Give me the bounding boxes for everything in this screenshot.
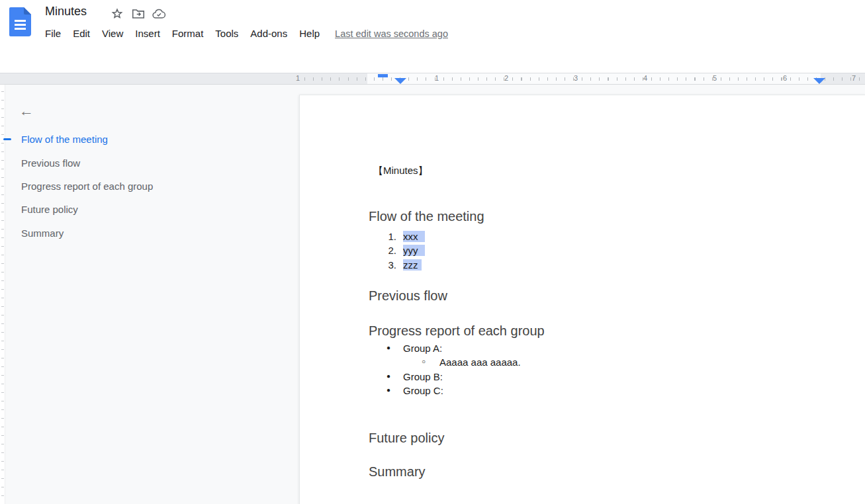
doc-heading-summary[interactable]: Summary (369, 463, 426, 480)
ruler-number: 1 (433, 74, 441, 82)
list-number: 2. (386, 245, 396, 256)
doc-heading-progress[interactable]: Progress report of each group (369, 322, 545, 339)
move-to-folder-icon[interactable] (131, 7, 146, 21)
list-text[interactable]: Group C: (403, 385, 443, 396)
ruler-number: 7 (850, 74, 858, 82)
google-docs-logo-icon[interactable] (9, 7, 31, 36)
horizontal-ruler[interactable]: 1 1 2 3 4 5 6 7 (0, 73, 865, 85)
close-outline-button[interactable]: ← (15, 99, 38, 123)
left-indent-marker[interactable] (394, 78, 406, 84)
doc-heading-future[interactable]: Future policy (369, 429, 445, 446)
list-item[interactable]: ● Group A: (300, 343, 865, 357)
bullet-glyph: ● (387, 344, 396, 351)
outline-item-summary[interactable]: Summary (21, 227, 64, 240)
doc-heading-flow[interactable]: Flow of the meeting (369, 208, 484, 225)
menu-help[interactable]: Help (293, 26, 326, 40)
ruler-number: 3 (572, 74, 580, 82)
ruler-number: 5 (711, 74, 719, 82)
bullet-glyph: ○ (422, 358, 431, 365)
list-item[interactable]: ○ Aaaaa aaa aaaaa. (300, 357, 865, 370)
selected-text[interactable]: xxx (403, 231, 425, 242)
document-canvas: 【Minutes】 Flow of the meeting 1. xxx 2. … (298, 85, 865, 504)
doc-paragraph-intro[interactable]: 【Minutes】 (373, 164, 428, 177)
app-header: Minutes File Edit View Insert Format Too… (0, 0, 865, 44)
list-number: 1. (386, 231, 396, 242)
first-line-indent-marker[interactable] (378, 74, 388, 77)
outline-item-future[interactable]: Future policy (21, 203, 78, 216)
selected-text[interactable]: zzz (403, 259, 422, 271)
cloud-saved-icon[interactable] (152, 7, 166, 21)
outline-item-previous[interactable]: Previous flow (21, 157, 80, 170)
menu-edit[interactable]: Edit (67, 26, 96, 40)
list-text[interactable]: Group B: (403, 371, 443, 382)
list-text[interactable]: Group A: (403, 343, 442, 354)
menu-view[interactable]: View (96, 26, 129, 40)
doc-heading-previous[interactable]: Previous flow (369, 287, 447, 304)
list-item[interactable]: ● Group B: (300, 371, 865, 385)
numbered-list: 1. xxx 2. yyy 3. zzz (300, 231, 865, 273)
menu-addons[interactable]: Add-ons (244, 26, 293, 40)
main-area: ← Flow of the meeting Previous flow Prog… (0, 85, 865, 504)
right-indent-marker[interactable] (813, 78, 825, 84)
menu-file[interactable]: File (39, 26, 67, 40)
list-item[interactable]: ● Group C: (300, 385, 865, 399)
selected-text[interactable]: yyy (403, 245, 425, 256)
back-arrow-icon: ← (19, 103, 34, 120)
list-text[interactable]: Aaaaa aaa aaaaa. (439, 357, 521, 368)
document-page[interactable]: 【Minutes】 Flow of the meeting 1. xxx 2. … (299, 95, 865, 504)
bullet-glyph: ● (387, 386, 396, 394)
outline-item-flow[interactable]: Flow of the meeting (21, 133, 108, 146)
list-item[interactable]: 3. zzz (300, 259, 865, 273)
active-outline-indicator (3, 138, 11, 140)
ruler-number: 1 (294, 74, 302, 82)
list-item[interactable]: 1. xxx (300, 231, 865, 245)
document-title[interactable]: Minutes (45, 5, 87, 19)
menu-tools[interactable]: Tools (209, 26, 244, 40)
bullet-glyph: ● (387, 372, 396, 380)
star-icon[interactable] (110, 7, 124, 21)
bullet-list: ● Group A: ○ Aaaaa aaa aaaaa. ● Group B:… (300, 343, 865, 399)
list-number: 3. (386, 259, 396, 271)
list-item[interactable]: 2. yyy (300, 245, 865, 259)
vertical-ruler (0, 85, 5, 504)
outline-item-progress[interactable]: Progress report of each group (21, 180, 153, 193)
ruler-number: 2 (502, 74, 510, 82)
document-outline-panel: ← Flow of the meeting Previous flow Prog… (5, 85, 298, 504)
menu-insert[interactable]: Insert (129, 26, 166, 40)
ruler-number: 4 (641, 74, 649, 82)
menu-bar: File Edit View Insert Format Tools Add-o… (39, 26, 448, 40)
last-edit-link[interactable]: Last edit was seconds ago (335, 28, 448, 39)
ruler-ticks (296, 77, 865, 81)
ruler-number: 6 (781, 74, 789, 82)
menu-format[interactable]: Format (166, 26, 210, 40)
toolbar: 100% Normal text Arial − 11 + B I U A (0, 44, 865, 73)
